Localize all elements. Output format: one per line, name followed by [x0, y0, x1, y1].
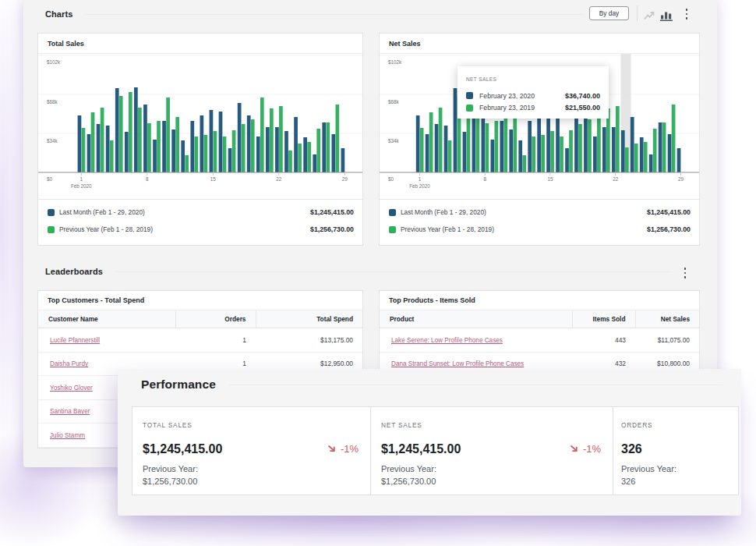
svg-text:29: 29 — [342, 176, 348, 182]
svg-text:Feb 2020: Feb 2020 — [409, 183, 430, 189]
svg-text:Feb 2020: Feb 2020 — [71, 183, 92, 189]
svg-text:$102k: $102k — [47, 59, 61, 65]
svg-text:15: 15 — [210, 176, 217, 182]
svg-text:$102k: $102k — [388, 59, 402, 65]
svg-text:$34k: $34k — [47, 138, 58, 144]
svg-text:22: 22 — [613, 176, 619, 182]
svg-text:29: 29 — [678, 176, 684, 182]
svg-text:8: 8 — [483, 176, 486, 182]
svg-text:$34k: $34k — [388, 138, 400, 144]
svg-text:1: 1 — [80, 176, 83, 182]
svg-text:$0: $0 — [388, 176, 394, 182]
svg-text:22: 22 — [276, 176, 282, 182]
svg-text:8: 8 — [146, 176, 149, 182]
svg-text:$68k: $68k — [47, 99, 58, 105]
svg-text:15: 15 — [547, 176, 553, 182]
svg-text:$68k: $68k — [388, 99, 400, 105]
svg-text:1: 1 — [419, 176, 422, 182]
svg-text:$0: $0 — [47, 176, 53, 182]
